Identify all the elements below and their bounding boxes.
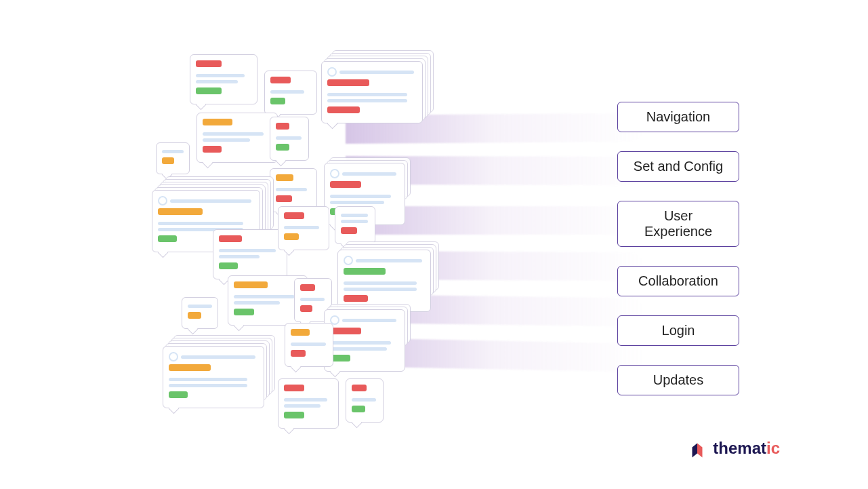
highlight-chip (291, 329, 310, 336)
highlight-chip (162, 157, 174, 164)
text-line (330, 347, 387, 351)
brand-name: thematic (713, 439, 780, 458)
brand-logo: thematic (687, 438, 780, 458)
feedback-card (285, 323, 333, 367)
highlight-chip (219, 235, 242, 242)
text-line (330, 195, 391, 198)
avatar-icon (158, 196, 167, 206)
highlight-chip (284, 412, 304, 418)
feedback-card (337, 250, 431, 312)
text-line (352, 398, 376, 402)
text-line (284, 398, 327, 402)
text-line (169, 384, 247, 387)
text-line (344, 281, 417, 285)
theme-set-and-config: Set and Config (617, 151, 739, 182)
text-line (300, 298, 325, 301)
text-line (276, 136, 302, 140)
text-line (291, 343, 326, 346)
highlight-chip (300, 284, 315, 291)
highlight-chip (169, 391, 188, 398)
feedback-card (264, 71, 317, 115)
text-line (341, 214, 368, 217)
highlight-chip (270, 98, 285, 104)
highlight-chip (276, 195, 292, 202)
feedback-card (278, 378, 339, 429)
text-line (284, 404, 321, 408)
highlight-chip (330, 181, 361, 188)
text-line (327, 99, 407, 102)
avatar-icon (169, 352, 178, 361)
text-line (162, 150, 184, 153)
highlight-chip (219, 262, 238, 269)
highlight-chip (352, 385, 367, 391)
feedback-card (270, 117, 309, 161)
text-line (188, 305, 212, 308)
highlight-chip (327, 106, 360, 113)
highlight-chip (344, 295, 368, 302)
text-line (276, 188, 307, 191)
theme-collaboration: Collaboration (617, 266, 739, 296)
feedback-card (335, 206, 375, 244)
highlight-chip (158, 208, 203, 215)
brand-mark-icon (687, 438, 707, 458)
avatar-icon (327, 67, 337, 77)
feedback-card (346, 378, 384, 423)
text-line (270, 90, 304, 94)
highlight-chip (196, 60, 222, 67)
text-line (158, 222, 243, 225)
text-line (344, 288, 417, 291)
highlight-chip (341, 227, 357, 234)
highlight-chip (270, 77, 291, 83)
text-line (203, 138, 250, 142)
highlight-chip (352, 406, 365, 412)
highlight-chip (234, 281, 268, 288)
theme-navigation: Navigation (617, 102, 739, 132)
text-line (327, 93, 407, 96)
highlight-chip (344, 268, 386, 275)
highlight-chip (330, 328, 361, 334)
theme-login: Login (617, 315, 739, 346)
feedback-card (190, 54, 257, 104)
highlight-chip (196, 87, 222, 94)
highlight-chip (291, 350, 306, 357)
highlight-chip (203, 146, 222, 153)
theme-categories: NavigationSet and ConfigUser ExperienceC… (617, 102, 739, 395)
text-line (219, 255, 260, 258)
feedback-card (321, 61, 423, 123)
highlight-chip (276, 123, 289, 130)
highlight-chip (188, 312, 201, 319)
text-line (330, 201, 384, 204)
highlight-chip (276, 174, 293, 181)
highlight-chip (169, 364, 211, 371)
highlight-chip (203, 119, 232, 125)
text-line (284, 226, 319, 229)
text-line (196, 74, 245, 77)
text-line (196, 80, 238, 83)
feedback-card (163, 346, 264, 408)
text-line (330, 341, 391, 345)
highlight-chip (300, 305, 312, 312)
highlight-chip (158, 235, 177, 242)
feedback-card (324, 309, 405, 372)
text-line (234, 301, 280, 305)
theme-user-experience: User Experience (617, 201, 739, 247)
highlight-chip (234, 309, 254, 315)
theme-updates: Updates (617, 365, 739, 395)
feedback-card (197, 113, 278, 163)
avatar-icon (344, 256, 353, 265)
text-line (341, 220, 368, 223)
text-line (169, 378, 247, 381)
text-line (234, 295, 295, 298)
feedback-card (182, 297, 218, 329)
highlight-chip (284, 233, 299, 240)
feedback-cluster (142, 54, 454, 461)
text-line (219, 249, 276, 252)
text-line (203, 132, 264, 136)
feedback-card (278, 206, 329, 250)
feedback-card (213, 229, 287, 279)
highlight-chip (276, 144, 289, 151)
highlight-chip (327, 79, 369, 86)
highlight-chip (284, 212, 304, 219)
feedback-card (156, 142, 190, 174)
avatar-icon (330, 169, 339, 178)
